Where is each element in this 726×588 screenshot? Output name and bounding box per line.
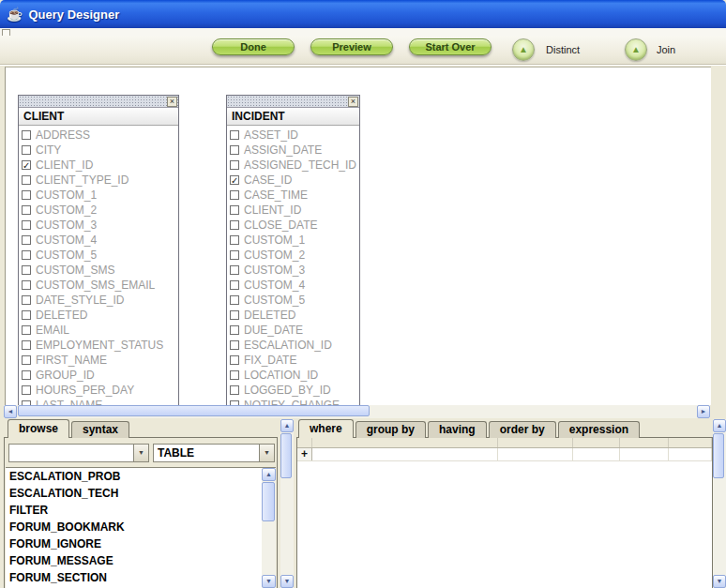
field-checkbox[interactable] xyxy=(22,235,31,245)
browse-list-item[interactable]: ESCALATION_PROB xyxy=(6,468,276,485)
field-checkbox[interactable] xyxy=(22,370,31,380)
field-checkbox[interactable] xyxy=(22,175,31,185)
field-checkbox[interactable] xyxy=(230,220,239,230)
field-checkbox[interactable] xyxy=(230,325,239,335)
browse-scrollbar-thumb[interactable] xyxy=(262,482,275,521)
field-checkbox[interactable] xyxy=(230,385,239,395)
add-row-button[interactable]: + xyxy=(297,448,312,460)
close-icon[interactable]: × xyxy=(167,97,177,107)
right-vertical-scrollbar[interactable]: ▲ ▼ xyxy=(713,419,726,588)
field-checkbox[interactable] xyxy=(22,145,31,155)
field-checkbox[interactable] xyxy=(230,205,239,215)
chevron-down-icon[interactable]: ▼ xyxy=(259,445,274,461)
scroll-down-button[interactable]: ▼ xyxy=(280,575,294,588)
scroll-down-button[interactable]: ▼ xyxy=(262,575,276,588)
field-label: GROUP_ID xyxy=(36,369,95,382)
field-checkbox[interactable] xyxy=(230,310,239,320)
field-checkbox[interactable] xyxy=(22,190,31,200)
field-checkbox[interactable] xyxy=(22,325,31,335)
tab-where[interactable]: where xyxy=(298,419,354,438)
grid-cell[interactable] xyxy=(312,448,498,460)
join-toggle-button[interactable]: ▲ xyxy=(625,38,647,61)
preview-button[interactable]: Preview xyxy=(310,38,393,55)
field-checkbox[interactable] xyxy=(22,310,31,320)
field-checkbox[interactable] xyxy=(22,205,31,215)
window-titlebar[interactable]: ☕ Query Designer xyxy=(0,0,726,28)
field-checkbox[interactable] xyxy=(22,355,31,365)
field-label: CUSTOM_3 xyxy=(36,219,97,232)
grid-header-cell[interactable] xyxy=(669,438,712,447)
field-checkbox[interactable] xyxy=(230,190,239,200)
middle-vertical-scrollbar[interactable]: ▲ ▼ xyxy=(280,419,294,588)
tab-browse[interactable]: browse xyxy=(8,419,69,438)
scroll-up-button[interactable]: ▲ xyxy=(713,419,726,432)
browse-list-item[interactable]: FORUM_MESSAGE xyxy=(6,552,276,569)
field-checkbox[interactable]: ✓ xyxy=(230,175,239,185)
scroll-right-button[interactable]: ► xyxy=(697,405,710,418)
scroll-down-button[interactable]: ▼ xyxy=(713,575,726,588)
field-checkbox[interactable] xyxy=(230,235,239,245)
done-button[interactable]: Done xyxy=(212,38,295,55)
scroll-left-button[interactable]: ◄ xyxy=(4,405,17,418)
right-scrollbar-thumb[interactable] xyxy=(713,433,724,478)
field-checkbox[interactable] xyxy=(22,385,31,395)
start-over-button[interactable]: Start Over xyxy=(409,38,492,55)
field-checkbox[interactable] xyxy=(230,340,239,350)
chevron-down-icon[interactable]: ▼ xyxy=(133,445,148,461)
browse-list-item[interactable]: FORUM_BOOKMARK xyxy=(6,519,276,535)
field-checkbox[interactable] xyxy=(230,145,239,155)
tab-expression[interactable]: expression xyxy=(558,421,640,438)
tab-syntax[interactable]: syntax xyxy=(71,421,129,438)
field-checkbox[interactable] xyxy=(230,265,239,275)
browse-list-item[interactable]: FORUM_SECTION xyxy=(6,569,276,586)
field-row: CUSTOM_SMS xyxy=(19,263,178,278)
incident-frame-titlebar[interactable]: × xyxy=(227,96,359,108)
field-label: CASE_ID xyxy=(244,173,292,187)
field-label: CLIENT_TYPE_ID xyxy=(36,173,129,187)
browse-list-item[interactable]: FORUM_IGNORE xyxy=(6,535,276,552)
field-checkbox[interactable] xyxy=(22,295,31,305)
tab-order-by[interactable]: order by xyxy=(489,421,556,438)
browse-list-scrollbar[interactable]: ▲ ▼ xyxy=(262,468,276,588)
grid-cell[interactable] xyxy=(573,448,620,460)
grid-cell[interactable] xyxy=(669,448,712,460)
grid-header-cell[interactable] xyxy=(312,438,498,447)
field-checkbox[interactable] xyxy=(22,340,31,350)
field-filter-combo[interactable]: ▼ xyxy=(8,444,149,462)
browse-list-item[interactable]: FILTER xyxy=(6,502,276,519)
grid-header-cell[interactable] xyxy=(573,438,620,447)
field-checkbox[interactable] xyxy=(22,130,31,140)
grid-header-cell[interactable] xyxy=(620,438,669,447)
field-checkbox[interactable] xyxy=(230,250,239,260)
grid-header-cell[interactable] xyxy=(498,438,573,447)
field-checkbox[interactable] xyxy=(22,265,31,275)
browse-list-item[interactable]: ESCALATION_TECH xyxy=(6,485,276,502)
grid-cell[interactable] xyxy=(498,448,573,460)
field-checkbox[interactable]: ✓ xyxy=(22,160,31,170)
field-row: CUSTOM_3 xyxy=(227,263,359,278)
field-row: ASSIGNED_TECH_ID xyxy=(227,158,359,173)
field-checkbox[interactable] xyxy=(22,220,31,230)
object-type-combo[interactable]: TABLE ▼ xyxy=(153,444,275,462)
scroll-up-button[interactable]: ▲ xyxy=(262,468,276,481)
tab-group-by[interactable]: group by xyxy=(355,421,426,438)
scroll-up-button[interactable]: ▲ xyxy=(280,419,294,432)
horizontal-scrollbar-thumb[interactable] xyxy=(18,405,370,416)
field-checkbox[interactable] xyxy=(230,370,239,380)
distinct-toggle-button[interactable]: ▲ xyxy=(512,38,535,61)
middle-scrollbar-thumb[interactable] xyxy=(280,433,292,478)
close-icon[interactable]: × xyxy=(348,97,358,107)
grid-cell[interactable] xyxy=(620,448,669,460)
grid-header-cell[interactable] xyxy=(297,438,312,447)
field-checkbox[interactable] xyxy=(230,130,239,140)
horizontal-scrollbar[interactable]: ◄ ► xyxy=(4,405,710,418)
field-checkbox[interactable] xyxy=(230,280,239,290)
tab-having[interactable]: having xyxy=(428,421,487,438)
client-frame-titlebar[interactable]: × xyxy=(19,96,178,108)
field-checkbox[interactable] xyxy=(22,250,31,260)
field-checkbox[interactable] xyxy=(22,280,31,290)
field-checkbox[interactable] xyxy=(230,295,239,305)
field-checkbox[interactable] xyxy=(230,355,239,365)
field-checkbox[interactable] xyxy=(230,160,239,170)
field-label: CLIENT_ID xyxy=(244,204,301,217)
